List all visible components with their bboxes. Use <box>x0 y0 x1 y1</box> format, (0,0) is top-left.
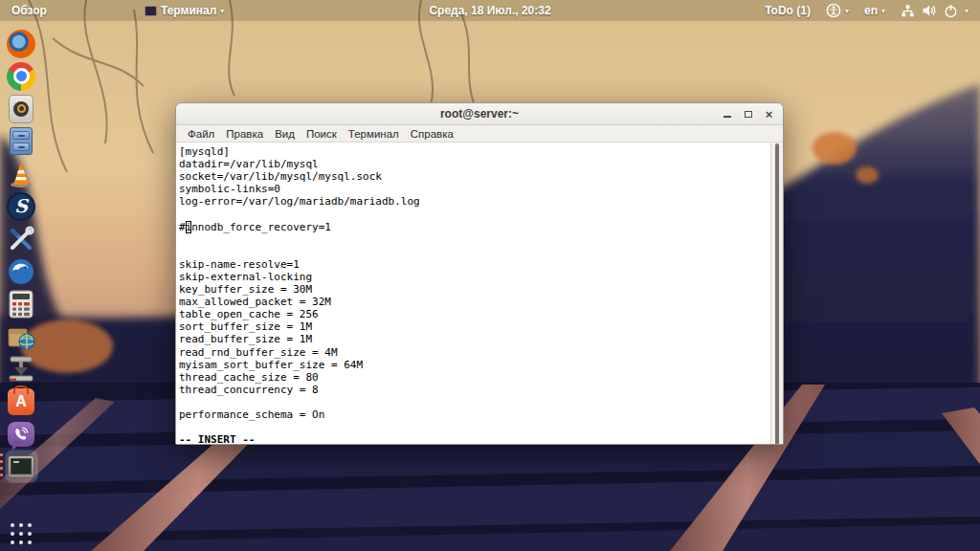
terminal-line: skip-name-resolve=1 <box>179 258 770 271</box>
menu-search[interactable]: Поиск <box>301 128 343 140</box>
terminal-mini-icon <box>145 6 157 16</box>
terminal-line: [mysqld] <box>179 145 770 158</box>
accessibility-icon <box>826 3 841 18</box>
file-cabinet-icon <box>10 127 33 155</box>
scrollbar-thumb[interactable] <box>775 143 779 445</box>
terminal-line: performance_schema = On <box>179 408 770 421</box>
launcher-item-vlc[interactable] <box>6 158 37 189</box>
vim-insert-status: -- INSERT -- <box>179 433 770 445</box>
viber-icon <box>8 422 34 447</box>
close-icon: × <box>766 108 773 121</box>
launcher-dock: S <box>0 21 42 551</box>
terminal-line: thread_cache_size = 80 <box>179 371 770 384</box>
terminal-line: myisam_sort_buffer_size = 64M <box>179 359 770 371</box>
vlc-cone-icon <box>7 160 35 188</box>
archive-press-icon <box>7 355 35 384</box>
chevron-down-icon: ▾ <box>965 7 969 15</box>
terminal-line <box>179 246 770 258</box>
launcher-item-tools[interactable] <box>6 223 37 254</box>
launcher-item-archive-press[interactable] <box>6 353 37 385</box>
window-titlebar[interactable]: root@server:~ × <box>176 103 783 125</box>
minimize-button[interactable] <box>721 108 733 121</box>
launcher-item-file-cabinet[interactable] <box>6 125 37 157</box>
terminal-line: table_open_cache = 256 <box>179 308 770 320</box>
launcher-item-thunderbird[interactable] <box>6 255 37 287</box>
menu-file[interactable]: Файл <box>182 128 220 140</box>
calculator-icon <box>9 290 33 319</box>
desktop: Обзор Терминал ▾ Среда, 18 Июл., 20:32 T… <box>0 0 980 551</box>
chevron-down-icon: ▾ <box>220 7 224 15</box>
volume-icon <box>922 3 937 18</box>
ubuntu-software-icon: A <box>8 388 34 415</box>
todo-label: ToDo (1) <box>765 4 811 17</box>
chromium-icon <box>7 62 35 91</box>
launcher-item-ubuntu-software[interactable]: A <box>6 386 37 417</box>
menu-terminal[interactable]: Терминал <box>343 128 405 140</box>
keyboard-layout-menu[interactable]: en ▾ <box>857 0 893 21</box>
terminal-line: thread_concurrency = 8 <box>179 384 770 396</box>
terminal-line: symbolic-links=0 <box>179 183 770 195</box>
terminal-scrollbar[interactable] <box>770 143 783 445</box>
launcher-item-firefox[interactable] <box>6 28 37 59</box>
terminal-line-with-cursor: #innodb_force_recovery=1 <box>179 221 770 233</box>
power-icon <box>944 4 958 18</box>
terminal-line: skip-external-locking <box>179 271 770 283</box>
launcher-item-terminal[interactable] <box>6 451 37 482</box>
terminal-lines-after: skip-name-resolve=1skip-external-locking… <box>179 233 770 434</box>
wired-network-icon <box>901 4 915 18</box>
launcher-item-chromium[interactable] <box>6 60 37 92</box>
terminal-line: log-error=/var/log/mariadb/mariadb.log <box>179 195 770 208</box>
launcher-item-calculator[interactable] <box>6 288 37 320</box>
app-menu-button[interactable]: Терминал ▾ <box>137 0 232 21</box>
terminal-text: [mysqld]datadir=/var/lib/mysqlsocket=/va… <box>176 143 770 445</box>
close-button[interactable]: × <box>763 108 775 121</box>
terminal-line: sort_buffer_size = 1M <box>179 320 770 333</box>
terminal-line <box>179 396 770 408</box>
accessibility-menu[interactable]: ▾ <box>818 0 857 21</box>
terminal-lines-before: [mysqld]datadir=/var/lib/mysqlsocket=/va… <box>179 145 770 221</box>
menu-edit[interactable]: Правка <box>220 128 269 140</box>
window-controls: × <box>721 108 783 121</box>
s-app-icon: S <box>7 192 35 221</box>
apps-grid-icon <box>11 523 33 545</box>
system-menu[interactable]: ▾ <box>893 0 980 21</box>
thunderbird-icon <box>7 257 35 286</box>
window-menubar: Файл Правка Вид Поиск Терминал Справка <box>176 125 783 143</box>
launcher-item-s-app[interactable]: S <box>6 190 37 222</box>
todo-indicator[interactable]: ToDo (1) <box>757 0 818 21</box>
top-bar: Обзор Терминал ▾ Среда, 18 Июл., 20:32 T… <box>0 0 980 21</box>
terminal-content-area[interactable]: [mysqld]datadir=/var/lib/mysqlsocket=/va… <box>176 143 783 445</box>
activities-button[interactable]: Обзор <box>4 0 55 21</box>
launcher-item-speaker-media[interactable] <box>6 93 37 124</box>
tools-icon <box>7 225 35 253</box>
app-menu-label: Терминал <box>161 4 216 17</box>
maximize-button[interactable] <box>742 108 754 121</box>
chevron-down-icon: ▾ <box>881 7 885 15</box>
terminal-line: socket=/var/lib/mysql/mysql.sock <box>179 170 770 183</box>
terminal-line <box>179 233 770 246</box>
launcher-item-viber[interactable] <box>6 418 37 450</box>
activities-label: Обзор <box>11 4 47 17</box>
menu-view[interactable]: Вид <box>269 128 301 140</box>
chevron-down-icon: ▾ <box>845 7 849 15</box>
running-window-pips <box>0 453 3 476</box>
package-globe-icon <box>7 322 35 351</box>
firefox-icon <box>7 30 35 58</box>
indicator-area: ToDo (1) ▾ en ▾ <box>757 0 980 21</box>
terminal-line <box>179 208 770 220</box>
terminal-line: key_buffer_size = 30M <box>179 283 770 296</box>
terminal-icon <box>8 455 34 478</box>
terminal-line: datadir=/var/lib/mysql <box>179 158 770 170</box>
window-title: root@server:~ <box>176 107 783 121</box>
speaker-media-icon <box>9 95 33 123</box>
terminal-window: root@server:~ × Файл Правка Вид Поиск Те… <box>175 102 784 445</box>
show-applications-button[interactable] <box>0 523 42 545</box>
terminal-line: read_rnd_buffer_size = 4M <box>179 346 770 359</box>
terminal-line <box>179 421 770 433</box>
keyboard-layout-label: en <box>864 4 878 17</box>
menu-help[interactable]: Справка <box>405 128 459 140</box>
terminal-line: max_allowed_packet = 32M <box>179 296 770 308</box>
terminal-line: read_buffer_size = 1M <box>179 333 770 345</box>
launcher-item-package-globe[interactable] <box>6 320 37 352</box>
